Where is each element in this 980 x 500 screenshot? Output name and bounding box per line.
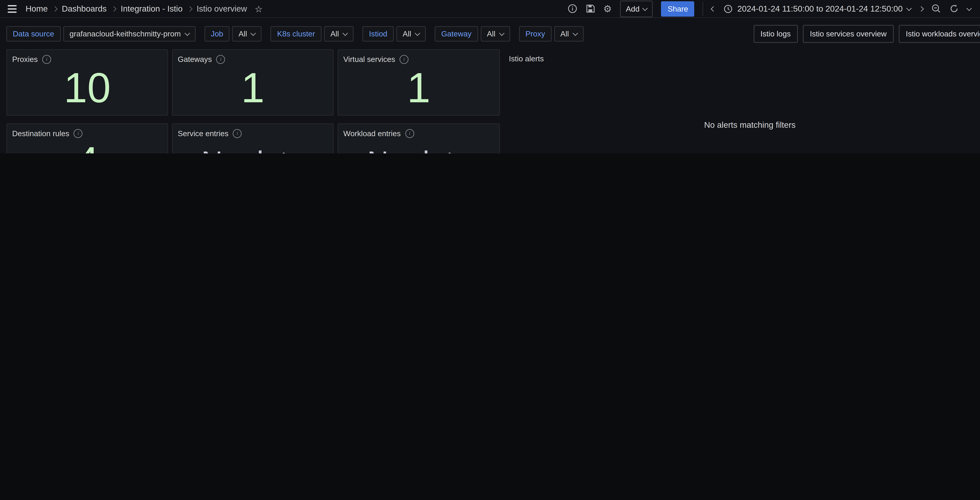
panel-istio-alerts: Istio alerts No alerts matching filters bbox=[504, 49, 980, 153]
filter-toolbar: Data source grafanacloud-keithschmitty-p… bbox=[0, 18, 980, 49]
top-nav: Home Dashboards Integration - Istio Isti… bbox=[0, 0, 980, 18]
panel-proxies: Proxiesi 10 bbox=[6, 49, 168, 116]
panel-title[interactable]: Destination rules bbox=[12, 129, 69, 138]
time-forward-icon[interactable] bbox=[919, 7, 923, 11]
stat-value: 10 bbox=[64, 67, 111, 108]
proxy-label: Proxy bbox=[519, 26, 551, 41]
chevron-right-icon bbox=[52, 6, 57, 12]
panel-title[interactable]: Virtual services bbox=[343, 55, 395, 63]
filter-gateway: Gateway All bbox=[435, 26, 510, 41]
clock-icon bbox=[724, 4, 733, 13]
time-back-icon[interactable] bbox=[712, 7, 716, 11]
info-icon[interactable]: i bbox=[399, 55, 409, 63]
panel-gateways: Gatewaysi 1 bbox=[172, 49, 334, 116]
dashboard-links: Istio logs Istio services overview Istio… bbox=[753, 25, 980, 43]
job-label: Job bbox=[204, 26, 229, 41]
gateway-label: Gateway bbox=[435, 26, 478, 41]
panel-title[interactable]: Proxies bbox=[12, 55, 38, 63]
info-icon[interactable]: i bbox=[42, 55, 51, 63]
panel-title[interactable]: Gateways bbox=[178, 55, 212, 63]
menu-icon[interactable] bbox=[8, 5, 17, 12]
panel-virtual-services: Virtual servicesi 1 bbox=[337, 49, 500, 116]
info-icon[interactable]: i bbox=[233, 129, 242, 138]
breadcrumb-dashboard-title: Istio overview bbox=[197, 4, 247, 14]
panel-destination-rules: Destination rulesi 4 bbox=[6, 123, 168, 153]
save-icon[interactable] bbox=[585, 4, 595, 14]
proxy-select[interactable]: All bbox=[554, 26, 584, 41]
refresh-icon[interactable] bbox=[949, 4, 959, 14]
istio-services-overview-link[interactable]: Istio services overview bbox=[803, 25, 894, 43]
chevron-right-icon bbox=[187, 6, 192, 12]
share-button[interactable]: Share bbox=[661, 1, 695, 16]
divider bbox=[703, 2, 703, 16]
breadcrumb-home[interactable]: Home bbox=[25, 4, 48, 14]
stat-value: 4 bbox=[75, 141, 99, 153]
add-button[interactable]: Add bbox=[620, 0, 653, 17]
no-alerts-message: No alerts matching filters bbox=[704, 120, 795, 130]
stat-value: 1 bbox=[407, 67, 430, 108]
gateway-select[interactable]: All bbox=[480, 26, 510, 41]
breadcrumb-dashboards[interactable]: Dashboards bbox=[62, 4, 107, 14]
datasource-label: Data source bbox=[6, 26, 60, 41]
k8s-cluster-label: K8s cluster bbox=[270, 26, 321, 41]
panel-title[interactable]: Istio alerts bbox=[509, 54, 544, 63]
filter-k8s-cluster: K8s cluster All bbox=[270, 26, 353, 41]
refresh-interval-dropdown[interactable] bbox=[967, 8, 971, 10]
filter-job: Job All bbox=[204, 26, 262, 41]
panel-title[interactable]: Workload entries bbox=[343, 129, 401, 138]
breadcrumb-folder[interactable]: Integration - Istio bbox=[121, 4, 183, 14]
panel-service-entries: Service entriesi No data bbox=[172, 123, 334, 153]
istio-logs-link[interactable]: Istio logs bbox=[753, 25, 798, 43]
istiod-select[interactable]: All bbox=[396, 26, 426, 41]
k8s-cluster-select[interactable]: All bbox=[324, 26, 353, 41]
panel-title[interactable]: Service entries bbox=[178, 129, 229, 138]
star-icon[interactable]: ☆ bbox=[255, 3, 262, 14]
filter-datasource: Data source grafanacloud-keithschmitty-p… bbox=[6, 26, 196, 41]
info-icon[interactable]: i bbox=[216, 55, 225, 63]
filter-proxy: Proxy All bbox=[519, 26, 584, 41]
panel-workload-entries: Workload entriesi No data bbox=[337, 123, 500, 153]
filter-istiod: Istiod All bbox=[363, 26, 426, 41]
istiod-label: Istiod bbox=[363, 26, 394, 41]
stat-value: No data bbox=[367, 147, 470, 153]
grafana-dashboard: Home Dashboards Integration - Istio Isti… bbox=[0, 0, 980, 153]
chevron-right-icon bbox=[111, 6, 116, 12]
time-range-picker[interactable]: 2024-01-24 11:50:00 to 2024-01-24 12:50:… bbox=[724, 4, 911, 14]
stat-value: No data bbox=[201, 147, 304, 153]
dashboard-insights-icon[interactable] bbox=[568, 4, 577, 14]
stat-value: 1 bbox=[241, 67, 265, 108]
job-select[interactable]: All bbox=[232, 26, 262, 41]
istio-workloads-overview-link[interactable]: Istio workloads overview bbox=[899, 25, 980, 43]
nav-actions: ⚙ Add Share 2024-01-24 11:50:00 to 2024-… bbox=[568, 0, 980, 17]
info-icon[interactable]: i bbox=[405, 129, 414, 138]
breadcrumb: Home Dashboards Integration - Istio Isti… bbox=[25, 3, 262, 14]
datasource-select[interactable]: grafanacloud-keithschmitty-prom bbox=[63, 26, 196, 41]
info-icon[interactable]: i bbox=[74, 129, 83, 138]
zoom-out-icon[interactable] bbox=[931, 4, 941, 14]
gear-icon[interactable]: ⚙ bbox=[603, 3, 612, 14]
